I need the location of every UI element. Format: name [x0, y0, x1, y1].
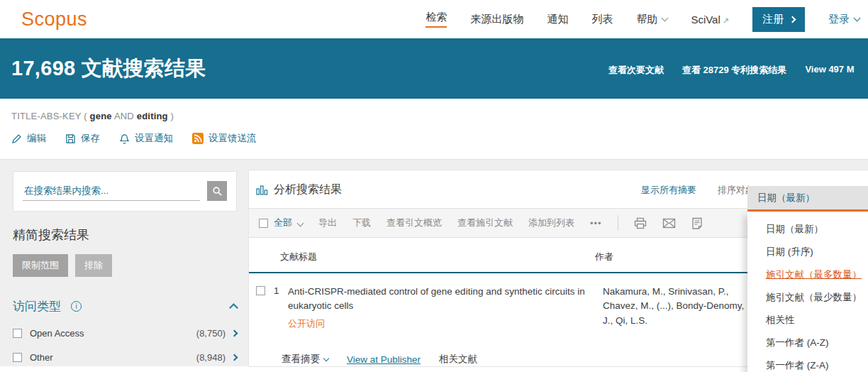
query-suffix: )	[171, 111, 174, 121]
query-operator: AND	[114, 111, 134, 121]
refine-results-title: 精简搜索结果	[13, 226, 237, 244]
save-icon	[65, 133, 76, 144]
search-within-card	[13, 171, 237, 212]
document-title-cell: Anti-CRISPR-mediated control of gene edi…	[288, 285, 587, 330]
select-all-checkbox[interactable]	[259, 219, 268, 228]
nav-alerts[interactable]: 通知	[547, 13, 568, 26]
sort-option-relevance[interactable]: 相关性	[747, 309, 868, 332]
set-alert-button[interactable]: 设置通知	[119, 132, 173, 145]
collapse-chevron-icon[interactable]	[229, 303, 238, 312]
scopus-logo[interactable]: Scopus	[21, 9, 87, 31]
query-term: gene	[90, 111, 112, 121]
filter-count: (8,750)	[196, 328, 226, 339]
filter-label: Open Access	[30, 328, 84, 339]
chevron-down-icon	[297, 219, 304, 226]
search-icon	[212, 186, 223, 197]
chevron-down-icon	[662, 14, 669, 21]
rss-icon	[192, 133, 204, 144]
nav-help[interactable]: 帮助	[636, 13, 667, 26]
access-type-header: 访问类型 i	[13, 298, 237, 314]
authors-cell[interactable]: Nakamura, M., Srinivasan, P., Chavez, M.…	[603, 285, 756, 330]
citation-overview-button[interactable]: 查看引文概览	[386, 217, 442, 229]
analyze-results-link[interactable]: 分析搜索结果	[256, 182, 342, 197]
bell-icon	[119, 133, 130, 144]
nav-items: 检索 来源出版物 通知 列表 帮助 SciVal↗ 注册 登录	[425, 7, 859, 32]
download-button[interactable]: 下载	[352, 217, 371, 229]
content-area: 精简搜索结果 限制范围 排除 访问类型 i Open Access (8,750…	[0, 159, 868, 366]
sort-dropdown-trigger[interactable]: 日期（最新）	[747, 186, 868, 212]
nav-scival[interactable]: SciVal↗	[691, 13, 729, 26]
chevron-down-icon	[323, 356, 329, 361]
bar-chart-icon	[256, 185, 268, 196]
sort-option-date-newest[interactable]: 日期（最新）	[747, 218, 868, 241]
chevron-right-icon[interactable]	[231, 330, 238, 337]
view-patents-link[interactable]: 查看 28729 专利搜索结果	[682, 64, 786, 77]
sort-dropdown-panel: 日期（最新） 日期 (升序) 施引文献（最多数量） 施引文献（最少数量） 相关性…	[747, 212, 868, 372]
set-feed-button[interactable]: 设置馈送流	[192, 132, 257, 145]
column-authors: 作者	[595, 251, 613, 263]
external-link-icon: ↗	[723, 16, 729, 25]
filter-count: (8,948)	[196, 352, 226, 363]
view-more-link[interactable]: View 497 M	[805, 64, 854, 77]
row-checkbox[interactable]	[256, 286, 265, 295]
nav-lists[interactable]: 列表	[591, 13, 613, 26]
results-count-title: 17,698 文献搜索结果	[11, 55, 206, 83]
sort-option-date-oldest[interactable]: 日期 (升序)	[747, 241, 868, 263]
query-prefix: TITLE-ABS-KEY (	[11, 111, 87, 121]
login-button[interactable]: 登录	[828, 13, 859, 26]
search-within-input[interactable]	[23, 182, 200, 201]
related-documents-link[interactable]: 相关文献	[439, 353, 477, 366]
chevron-right-icon	[789, 16, 796, 23]
query-term: editing	[137, 111, 168, 121]
open-access-checkbox[interactable]	[13, 329, 22, 338]
chevron-down-icon	[854, 14, 861, 21]
view-cited-by-button[interactable]: 查看施引文献	[457, 217, 513, 229]
print-button[interactable]	[634, 217, 647, 229]
refine-sidebar: 精简搜索结果 限制范围 排除 访问类型 i Open Access (8,750…	[0, 160, 248, 363]
filter-label: Other	[30, 352, 53, 363]
mail-icon	[662, 218, 676, 229]
show-all-abstracts-link[interactable]: 显示所有摘要	[641, 184, 696, 197]
toolbar-divider	[618, 215, 618, 231]
search-within-button[interactable]	[207, 181, 227, 201]
select-all-control[interactable]: 全部	[259, 217, 303, 229]
exclude-button[interactable]: 排除	[75, 254, 112, 277]
save-query-button[interactable]: 保存	[65, 132, 100, 145]
sort-option-first-author-az[interactable]: 第一作者 (A-Z)	[747, 332, 868, 354]
filter-other[interactable]: Other (8,948)	[13, 352, 237, 363]
view-secondary-docs-link[interactable]: 查看次要文献	[608, 64, 664, 77]
filter-open-access[interactable]: Open Access (8,750)	[13, 328, 237, 339]
document-title-link[interactable]: Anti-CRISPR-mediated control of gene edi…	[288, 285, 587, 312]
more-options-button[interactable]: •••	[590, 218, 602, 229]
search-query: TITLE-ABS-KEY ( gene AND editing )	[0, 99, 868, 121]
limit-to-button[interactable]: 限制范围	[13, 254, 68, 277]
other-checkbox[interactable]	[13, 353, 22, 362]
view-at-publisher-link[interactable]: View at Publisher	[347, 354, 421, 365]
nav-search[interactable]: 检索	[425, 11, 447, 28]
access-type-title: 访问类型	[13, 298, 61, 314]
chevron-right-icon[interactable]	[231, 354, 238, 361]
hero-links: 查看次要文献 查看 28729 专利搜索结果 View 497 M	[608, 64, 855, 77]
add-to-list-button[interactable]: 添加到列表	[528, 217, 574, 229]
register-button[interactable]: 注册	[752, 7, 805, 32]
view-abstract-link[interactable]: 查看摘要	[282, 353, 328, 366]
export-button[interactable]: 导出	[318, 217, 337, 229]
save-pdf-button[interactable]	[691, 217, 703, 229]
row-number: 1	[274, 285, 288, 330]
query-actions: 编辑 保存 设置通知 设置馈送流	[0, 121, 868, 159]
sort-option-cited-lowest[interactable]: 施引文献（最少数量）	[747, 286, 868, 309]
open-access-badge: 公开访问	[288, 317, 587, 330]
sort-dropdown: 日期（最新） 日期（最新） 日期 (升序) 施引文献（最多数量） 施引文献（最少…	[747, 186, 868, 372]
select-all-label: 全部	[274, 217, 292, 229]
top-navigation: Scopus 检索 来源出版物 通知 列表 帮助 SciVal↗ 注册 登录	[0, 0, 868, 38]
pencil-icon	[11, 133, 22, 144]
refine-buttons: 限制范围 排除	[13, 254, 237, 277]
printer-icon	[634, 217, 647, 229]
nav-sources[interactable]: 来源出版物	[470, 13, 523, 26]
edit-query-button[interactable]: 编辑	[11, 132, 46, 145]
pdf-icon	[691, 217, 703, 229]
email-button[interactable]	[662, 218, 676, 229]
sort-option-cited-highest[interactable]: 施引文献（最多数量）	[747, 263, 868, 286]
sort-option-first-author-za[interactable]: 第一作者 (Z-A)	[747, 354, 868, 372]
info-icon[interactable]: i	[71, 301, 82, 312]
